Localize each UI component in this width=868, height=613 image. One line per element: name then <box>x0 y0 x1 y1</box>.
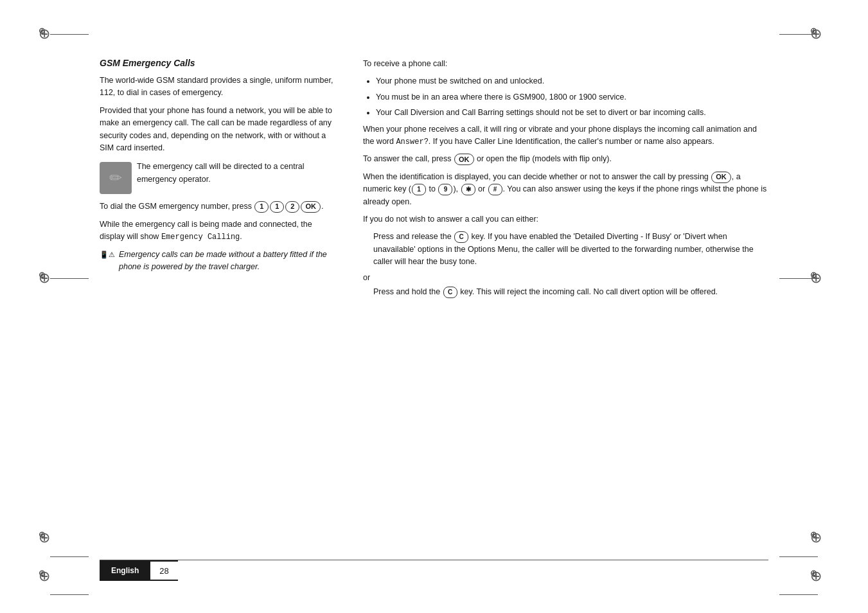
content-area: GSM Emergency Calls The world-wide GSM s… <box>100 58 768 536</box>
h-line-ml <box>50 278 89 279</box>
footer-line <box>100 560 768 560</box>
h-line-tl <box>50 34 89 35</box>
reg-mark-bot-right: ⊕ <box>810 529 829 549</box>
h-line-mr <box>779 278 818 279</box>
key-c-1: C <box>454 231 468 243</box>
key-1a: 1 <box>254 201 269 213</box>
page-number: 28 <box>150 560 177 581</box>
reg-mark-top-right: ⊕ <box>810 26 829 45</box>
reg-mark-bot-left: ⊕ <box>39 529 58 549</box>
footer: English 28 <box>100 560 178 581</box>
icon-note-row: ✏ The emergency call will be directed to… <box>100 161 337 194</box>
section-title: GSM Emergency Calls <box>100 58 337 68</box>
key-ok-id: OK <box>711 172 731 183</box>
h-line-bl <box>50 556 89 557</box>
bullet-list: Your phone must be switched on and unloc… <box>376 75 768 119</box>
italic-note-row: 📱⚠ Emergency calls can be made without a… <box>100 249 337 274</box>
bullet-item-3: Your Call Diversion and Call Barring set… <box>376 107 768 119</box>
h-line-br <box>779 556 818 557</box>
answer-text: Answer? <box>396 138 428 147</box>
right-intro: To receive a phone call: <box>363 58 768 70</box>
h-line-tr <box>779 34 818 35</box>
left-para4: To dial the GSM emergency number, press … <box>100 200 337 213</box>
note-icon-prefix: 📱⚠ <box>100 249 115 260</box>
display-text: Emergency Calling <box>161 233 240 242</box>
key-hash: # <box>488 184 502 195</box>
bullet-item-1: Your phone must be switched on and unloc… <box>376 75 768 87</box>
h-line-bml <box>50 594 89 595</box>
language-label: English <box>111 566 139 575</box>
left-column: GSM Emergency Calls The world-wide GSM s… <box>100 58 337 536</box>
key-ok-dial: OK <box>301 201 321 213</box>
indent-text-1: Press and release the C key. If you have… <box>373 231 768 268</box>
reg-mark-top-left: ⊕ <box>39 26 58 45</box>
right-para3: When the identification is displayed, yo… <box>363 171 768 208</box>
key-9-numeric: 9 <box>438 184 452 195</box>
right-column: To receive a phone call: Your phone must… <box>363 58 768 536</box>
key-2: 2 <box>285 201 299 213</box>
h-line-bmr <box>779 594 818 595</box>
key-ok-answer: OK <box>454 154 474 165</box>
right-para2-end: or open the flip (models with flip only)… <box>477 154 612 163</box>
gsm-icon: ✏ <box>109 169 122 187</box>
language-badge: English <box>100 560 150 581</box>
right-para2-prefix: To answer the call, press <box>363 154 452 163</box>
right-para1: When your phone receives a call, it will… <box>363 123 768 148</box>
gsm-icon-box: ✏ <box>100 162 132 194</box>
reg-mark-mid-left: ⊕ <box>39 270 58 289</box>
reg-mark-bml: ⊕ <box>39 568 58 587</box>
key-1b: 1 <box>270 201 284 213</box>
left-para3: The emergency call will be directed to a… <box>137 161 337 186</box>
reg-mark-mid-right: ⊕ <box>810 270 829 289</box>
left-para4-prefix: To dial the GSM emergency number, press <box>100 202 252 211</box>
or-text: or <box>363 273 768 282</box>
indent-text-2: Press and hold the C key. This will reje… <box>373 286 768 298</box>
bullet-item-2: You must be in an area where there is GS… <box>376 91 768 103</box>
right-para2: To answer the call, press OK or open the… <box>363 153 768 165</box>
right-para4: If you do not wish to answer a call you … <box>363 213 768 226</box>
italic-note-text: Emergency calls can be made without a ba… <box>119 249 337 274</box>
key-c-2: C <box>443 287 457 298</box>
key-1-numeric: 1 <box>412 184 426 195</box>
key-star: ✱ <box>461 184 475 195</box>
reg-mark-bmr: ⊕ <box>810 568 829 587</box>
left-para5: While the emergency call is being made a… <box>100 218 337 244</box>
left-para1: The world-wide GSM standard provides a s… <box>100 75 337 100</box>
left-para2: Provided that your phone has found a net… <box>100 105 337 155</box>
